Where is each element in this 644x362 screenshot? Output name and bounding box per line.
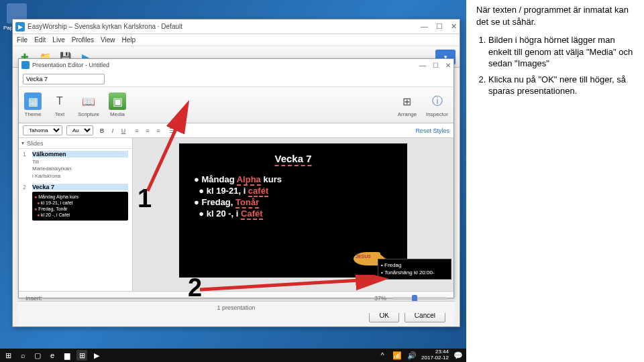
search-button[interactable]: ⌕ <box>17 350 28 361</box>
maximize-button[interactable]: ☐ <box>436 22 443 31</box>
media-icon: ▣ <box>109 93 126 110</box>
inspector-icon: ⓘ <box>429 93 446 110</box>
callout-number-1: 1 <box>138 184 152 213</box>
instruction-2: Klicka nu på "OK" nere till höger, så sp… <box>488 74 634 97</box>
taskview-button[interactable]: ▢ <box>32 350 43 361</box>
editor-ribbon: ▦Theme TText 📖Scripture ▣Media ⊞Arrange … <box>19 87 453 123</box>
align-buttons: ≡ ≡ ≡ <box>132 126 163 135</box>
ribbon-theme[interactable]: ▦Theme <box>24 93 42 117</box>
slide-item[interactable]: 1 Välkommen Till Mariedalskyrkan i Karls… <box>19 149 132 182</box>
ribbon-scripture[interactable]: 📖Scripture <box>78 93 99 117</box>
align-left[interactable]: ≡ <box>132 126 142 135</box>
size-select[interactable]: Auto <box>66 125 93 135</box>
status-bar: 1 presentation <box>18 301 454 313</box>
zoom-value: 37% <box>374 295 386 302</box>
editor-title-bar[interactable]: Presentation Editor - Untitled — ☐ ✕ <box>19 59 453 71</box>
insert-label: Insert: <box>25 295 42 302</box>
easyworship-window: ▶ EasyWorship – Svenska kyrkan Karlskron… <box>12 19 460 327</box>
menu-file[interactable]: File <box>17 36 28 44</box>
presentation-count: 1 presentation <box>217 304 255 311</box>
text-icon: T <box>51 93 68 110</box>
zoom-slider[interactable] <box>393 297 447 300</box>
main-title-bar[interactable]: ▶ EasyWorship – Svenska kyrkan Karlskron… <box>13 19 460 34</box>
editor-maximize[interactable]: ☐ <box>433 62 439 69</box>
explorer-icon[interactable]: ▆ <box>62 350 72 361</box>
bullets-button[interactable]: ☰ <box>167 126 176 135</box>
menu-profiles[interactable]: Profiles <box>72 36 94 44</box>
ribbon-media[interactable]: ▣Media <box>109 93 126 117</box>
format-buttons: B I U <box>97 126 128 135</box>
store-icon[interactable]: ⊞ <box>76 350 87 361</box>
start-button[interactable]: ⊞ <box>3 350 13 361</box>
slide-title: Vecka 7 <box>32 184 128 190</box>
scripture-icon: 📖 <box>80 93 97 110</box>
reset-styles[interactable]: Reset Styles <box>415 127 449 134</box>
slides-header[interactable]: ▾ Slides <box>19 138 132 149</box>
editor-minimize[interactable]: — <box>419 62 426 69</box>
callout-number-2: 2 <box>188 274 202 302</box>
volume-icon[interactable]: 🔊 <box>407 350 417 361</box>
ribbon-inspector[interactable]: ⓘInspector <box>426 93 448 117</box>
editor-icon <box>21 61 30 69</box>
theme-icon: ▦ <box>24 93 42 110</box>
bold-button[interactable]: B <box>97 126 107 135</box>
slide-title: Välkommen <box>32 151 128 158</box>
menu-edit[interactable]: Edit <box>34 36 46 44</box>
menu-view[interactable]: View <box>101 36 115 44</box>
chevron-down-icon: ▾ <box>21 140 24 146</box>
menu-live[interactable]: Live <box>52 36 64 44</box>
easyworship-taskbar-icon[interactable]: ▶ <box>91 350 102 361</box>
slides-panel: ▾ Slides 1 Välkommen Till Mariedalskyrka… <box>19 138 133 291</box>
clock[interactable]: 23:44 2017-02-12 <box>421 349 449 361</box>
minimize-button[interactable]: — <box>421 22 428 31</box>
instructions-intro: När texten / programmet är inmatat kan d… <box>476 4 634 27</box>
valign-button[interactable]: ⬍ <box>178 126 187 135</box>
schedule-preview: • Fredag • Tonårshäng kl 20:00- <box>378 259 451 280</box>
ribbon-arrange[interactable]: ⊞Arrange <box>398 93 417 117</box>
slide-canvas[interactable]: Vecka 7 ● Måndag Alpha kurs ● kl 19-21, … <box>179 143 407 278</box>
menu-bar: File Edit Live Profiles View Help <box>13 34 460 46</box>
instruction-1: Bilden i högra hörnet lägger man enkelt … <box>488 34 634 70</box>
close-button[interactable]: ✕ <box>451 22 457 31</box>
title-input[interactable] <box>23 74 105 84</box>
font-select[interactable]: Tahoma <box>23 125 62 135</box>
editor-close[interactable]: ✕ <box>445 62 451 69</box>
desktop: Papperskorg ▶ EasyWorship – Svenska kyrk… <box>0 0 466 349</box>
window-title: EasyWorship – Svenska kyrkan Karlskrona … <box>28 23 182 30</box>
instructions-panel: När texten / programmet är inmatat kan d… <box>470 0 641 362</box>
slide-item[interactable]: 2 Vecka 7 ● Måndag Alpha kurs ● kl 19-21… <box>19 182 132 222</box>
tray-chevron-icon[interactable]: ^ <box>377 350 388 361</box>
format-bar: Tahoma Auto B I U ≡ ≡ ≡ ☰ ⬍ Reset Styles <box>19 123 453 138</box>
network-icon[interactable]: 📶 <box>392 350 402 361</box>
editor-search-row <box>19 71 453 87</box>
canvas-title: Vecka 7 <box>274 153 311 166</box>
notifications-icon[interactable]: 💬 <box>453 350 464 361</box>
align-center[interactable]: ≡ <box>143 126 152 135</box>
underline-button[interactable]: U <box>119 126 128 135</box>
taskbar: ⊞ ⌕ ▢ e ▆ ⊞ ▶ ^ 📶 🔊 23:44 2017-02-12 💬 <box>0 349 466 362</box>
app-icon: ▶ <box>15 22 25 32</box>
edge-icon[interactable]: e <box>47 350 58 361</box>
italic-button[interactable]: I <box>108 126 117 135</box>
menu-help[interactable]: Help <box>122 36 136 44</box>
editor-title: Presentation Editor - Untitled <box>32 62 109 68</box>
window-controls: — ☐ ✕ <box>421 22 457 31</box>
align-right[interactable]: ≡ <box>154 126 163 135</box>
ribbon-text[interactable]: TText <box>51 93 68 117</box>
arrange-icon: ⊞ <box>398 93 416 110</box>
